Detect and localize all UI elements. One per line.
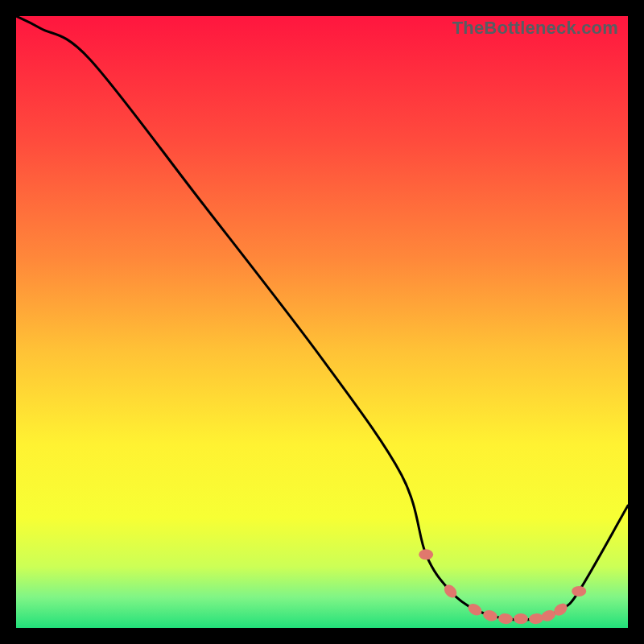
curve-layer	[16, 16, 628, 628]
chart-frame: TheBottleneck.com	[0, 0, 644, 644]
watermark-text: TheBottleneck.com	[452, 18, 618, 39]
highlight-markers	[419, 549, 586, 625]
bottleneck-curve	[16, 16, 628, 620]
marker-dot	[572, 586, 586, 597]
marker-dot	[419, 549, 433, 559]
marker-dot	[482, 609, 499, 623]
plot-area: TheBottleneck.com	[16, 16, 628, 628]
marker-dot	[466, 601, 484, 618]
marker-dot	[528, 613, 543, 625]
marker-dot	[514, 613, 528, 624]
marker-dot	[497, 613, 513, 625]
